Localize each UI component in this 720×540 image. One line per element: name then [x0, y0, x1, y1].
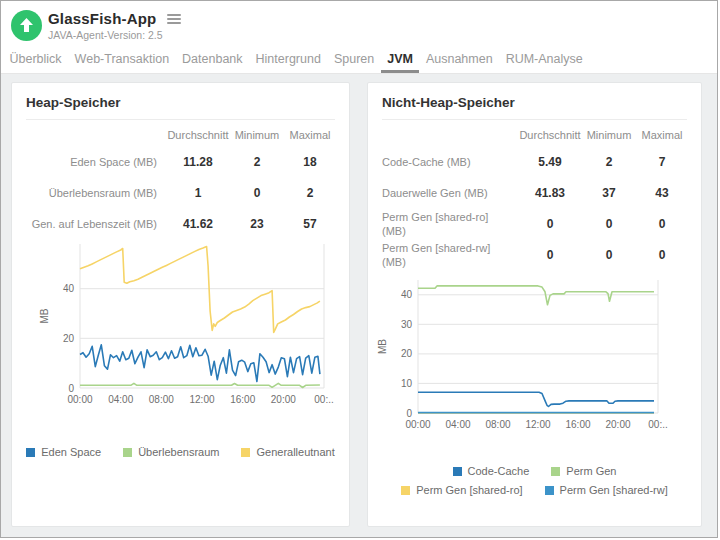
metric-label: Gen. auf Lebenszeit (MB)	[26, 217, 167, 231]
tab-bar: ÜberblickWeb-TransaktionDatenbankHinterg…	[1, 48, 717, 74]
app-window: GlassFish-App JAVA-Agent-Version: 2.5 Üb…	[0, 0, 718, 538]
legend-swatch-icon	[123, 448, 132, 457]
legend-item[interactable]: Perm Gen	[551, 465, 616, 477]
column-header: Minimum	[581, 129, 637, 141]
metric-label: Perm Gen [shared-rw] (MB)	[382, 241, 519, 269]
legend-swatch-icon	[401, 486, 410, 495]
legend-item[interactable]: Code-Cache	[453, 465, 530, 477]
non-heap-metrics-table: DurchschnittMinimumMaximalCode-Cache (MB…	[382, 124, 687, 270]
series-perm-gen-line	[418, 286, 654, 305]
y-tick-label: 10	[401, 378, 413, 389]
table-row: Überlebensraum (MB)102	[26, 177, 335, 208]
tab-jvm[interactable]: JVM	[381, 48, 420, 73]
legend-item[interactable]: Perm Gen [shared-ro]	[401, 484, 522, 496]
column-header: Durchschnitt	[167, 129, 229, 141]
tab-spuren[interactable]: Spuren	[327, 48, 380, 73]
x-tick-label: 04:00	[108, 394, 133, 405]
legend-item[interactable]: Perm Gen [shared-rw]	[545, 484, 668, 496]
y-tick-label: 30	[401, 319, 413, 330]
app-header: GlassFish-App JAVA-Agent-Version: 2.5	[1, 1, 717, 48]
x-tick-label: 20:00	[605, 419, 630, 430]
content-area: Heap-Speicher DurchschnittMinimumMaximal…	[1, 74, 717, 538]
up-arrow-circle-icon	[11, 10, 42, 41]
x-tick-label: 00:00	[67, 394, 92, 405]
column-header: Minimum	[229, 129, 285, 141]
legend-item[interactable]: Eden Space	[26, 446, 101, 458]
panel-title: Nicht-Heap-Speicher	[382, 95, 687, 120]
tab-web-transaktion[interactable]: Web-Transaktion	[68, 48, 175, 73]
metric-value: 11.28	[167, 155, 229, 169]
metric-value: 0	[229, 186, 285, 200]
non-heap-chart[interactable]: 01020304000:0004:0008:0012:0016:0020:000…	[368, 276, 702, 433]
legend-label: Generalleutnant	[256, 446, 334, 458]
series-code-cache-line	[418, 392, 654, 406]
metric-value: 41.62	[167, 217, 229, 231]
x-tick-label: 12:00	[189, 394, 214, 405]
y-axis-title: MB	[377, 339, 388, 354]
table-row: Perm Gen [shared-ro] (MB)000	[382, 208, 687, 239]
metric-value: 57	[285, 217, 335, 231]
series-eden-space-line	[80, 345, 320, 382]
app-status-icon[interactable]	[11, 10, 42, 41]
x-tick-label: 00:..	[648, 419, 667, 430]
series-berlebensraum-line	[80, 383, 320, 387]
metric-value: 43	[637, 186, 687, 200]
metric-label: Eden Space (MB)	[26, 155, 167, 169]
title-block: GlassFish-App JAVA-Agent-Version: 2.5	[48, 10, 707, 41]
x-tick-label: 20:00	[271, 394, 296, 405]
legend-item[interactable]: Generalleutnant	[241, 446, 334, 458]
tab-datenbank[interactable]: Datenbank	[176, 48, 249, 73]
column-header: Maximal	[637, 129, 687, 141]
metric-value: 0	[519, 248, 581, 262]
table-row: Eden Space (MB)11.28218	[26, 146, 335, 177]
column-header: Durchschnitt	[519, 129, 581, 141]
hamburger-icon[interactable]	[167, 14, 181, 24]
y-tick-label: 0	[68, 383, 74, 394]
tab-ueberblick[interactable]: Überblick	[3, 48, 68, 73]
metric-value: 2	[285, 186, 335, 200]
heap-memory-panel: Heap-Speicher DurchschnittMinimumMaximal…	[11, 82, 350, 527]
y-axis-title: MB	[39, 308, 50, 323]
metric-value: 7	[637, 155, 687, 169]
x-tick-label: 00:..	[314, 394, 333, 405]
tab-hintergrund[interactable]: Hintergrund	[249, 48, 327, 73]
legend-item[interactable]: Überlebensraum	[123, 446, 219, 458]
metric-value: 18	[285, 155, 335, 169]
legend-swatch-icon	[551, 467, 560, 476]
x-tick-label: 16:00	[565, 419, 590, 430]
legend-label: Code-Cache	[468, 465, 530, 477]
metric-value: 5.49	[519, 155, 581, 169]
y-tick-label: 20	[63, 333, 75, 344]
metric-value: 41.83	[519, 186, 581, 200]
tab-rum-analyse[interactable]: RUM-Analyse	[499, 48, 589, 73]
x-tick-label: 04:00	[445, 419, 470, 430]
column-header: Maximal	[285, 129, 335, 141]
table-row: Perm Gen [shared-rw] (MB)000	[382, 239, 687, 270]
table-row: Gen. auf Lebenszeit (MB)41.622357	[26, 208, 335, 239]
x-tick-label: 08:00	[485, 419, 510, 430]
legend-label: Eden Space	[41, 446, 101, 458]
metric-value: 0	[519, 217, 581, 231]
metric-value: 0	[637, 248, 687, 262]
panel-title: Heap-Speicher	[26, 95, 335, 120]
heap-chart[interactable]: 0204000:0004:0008:0012:0016:0020:0000:..…	[12, 241, 350, 408]
legend-swatch-icon	[545, 486, 554, 495]
legend-label: Perm Gen [shared-ro]	[416, 484, 522, 496]
tab-ausnahmen[interactable]: Ausnahmen	[419, 48, 499, 73]
metric-value: 2	[229, 155, 285, 169]
y-tick-label: 40	[63, 283, 75, 294]
series-generalleutnant-line	[80, 247, 320, 333]
agent-version-subtitle: JAVA-Agent-Version: 2.5	[48, 29, 707, 41]
table-row: Code-Cache (MB)5.4927	[382, 146, 687, 177]
y-tick-label: 40	[401, 289, 413, 300]
metric-value: 37	[581, 186, 637, 200]
metric-value: 0	[637, 217, 687, 231]
legend-label: Perm Gen	[566, 465, 616, 477]
metric-value: 2	[581, 155, 637, 169]
metric-label: Überlebensraum (MB)	[26, 186, 167, 200]
table-row: Dauerwelle Gen (MB)41.833743	[382, 177, 687, 208]
heap-chart-wrap: 0204000:0004:0008:0012:0016:0020:0000:..…	[12, 241, 349, 408]
metric-label: Code-Cache (MB)	[382, 155, 519, 169]
legend-label: Überlebensraum	[138, 446, 219, 458]
metric-value: 0	[581, 217, 637, 231]
